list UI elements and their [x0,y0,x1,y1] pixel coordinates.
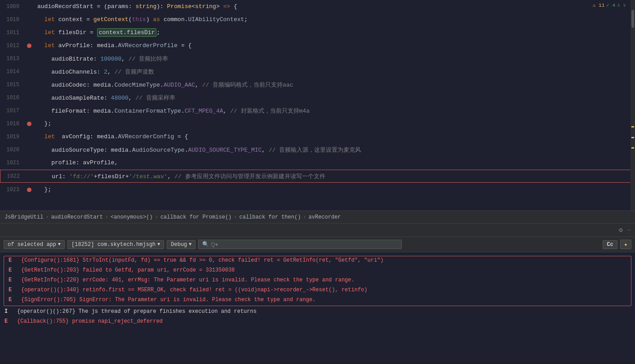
log-level: E [9,297,18,303]
code-line-1020: 1020 audioSourceType: media.AudioSourceT… [0,143,635,156]
gutter-marker [631,137,634,138]
line-number: 1022 [0,173,25,180]
breadcrumb-separator: › [45,214,49,220]
line-number: 1018 [0,121,25,127]
breadcrumb-item-6[interactable]: avRecorder [309,214,341,220]
code-line-1023: 1023 }; [0,183,635,196]
line-number: 1010 [0,17,25,23]
code-content: url: 'fd://'+filesDir+'/test.wav', // 参考… [34,171,635,182]
process-selector-label: [18252] com.skytech.hmjsgh [71,241,155,248]
code-content: audioSampleRate: 48000, // 音频采样率 [34,92,635,104]
code-content: audioRecordStart = (params: string): Pro… [34,1,635,12]
line-number: 1009 [0,4,25,10]
log-text: {GetRetInfo():220} errCode: 401, errMsg:… [21,277,355,283]
debug-toolbar: of selected app ▼ [18252] com.skytech.hm… [0,237,635,252]
log-text: {Configure():1681} StrToInt(inputFd, fd)… [21,257,384,263]
breadcrumb-separator: › [155,214,158,220]
line-number: 1015 [0,82,25,88]
breadcrumb-item-4[interactable]: callback for Promise() [160,214,231,220]
log-level: E [9,277,18,283]
log-search-input[interactable] [211,241,398,248]
line-number: 1020 [0,147,25,153]
level-selector-dropdown[interactable]: Debug ▼ [167,240,195,249]
breadcrumb-separator: › [105,214,108,220]
line-number: 1016 [0,95,25,101]
code-line-1011: 1011 let filesDir = context.filesDir; [0,26,635,39]
code-line-1013: 1013 audioBitrate: 100000, // 音频比特率 [0,52,635,65]
code-line-1018: 1018 }; [0,117,635,130]
code-content: let avConfig: media.AVRecorderConfig = { [34,132,635,142]
code-content: audioBitrate: 100000, // 音频比特率 [34,53,635,65]
log-line-error-4: E {operator()():340} retinfo.first == MS… [4,286,631,296]
breadcrumb-item-5[interactable]: callback for then() [240,214,301,220]
code-line-1019: 1019 let avConfig: media.AVRecorderConfi… [0,130,635,143]
chevron-down-icon: ▼ [58,242,61,247]
code-line-1012: 1012 let avProfile: media.AVRecorderProf… [0,39,635,52]
line-number: 1013 [0,56,25,62]
breakpoint[interactable] [27,122,31,126]
log-text: {Callback():755} promise napi_reject_def… [17,318,163,325]
line-number: 1014 [0,69,25,75]
log-line-error-2: E {GetRetInfo():203} failed to Getfd, pa… [4,266,631,276]
gutter-marker [631,126,634,127]
log-text: {SignError():705} SignError: The Paramet… [21,297,315,303]
breadcrumb-separator: › [234,214,237,220]
code-content: audioSourceType: media.AudioSourceType.A… [34,144,635,156]
log-level: E [4,318,13,325]
vertical-scrollbar[interactable] [631,0,635,211]
breadcrumb-bar: JsBridgeUtil › audioRecordStart › <anony… [0,211,635,224]
log-line-error-3: E {GetRetInfo():220} errCode: 401, errMs… [4,276,631,286]
line-gutter [25,188,34,192]
code-line-1017: 1017 fileFormat: media.ContainerFormatTy… [0,104,635,117]
log-text: {operator()():340} retinfo.first == MSER… [21,287,368,293]
breakpoint[interactable] [27,188,31,192]
star-button[interactable]: ★ [620,240,631,249]
log-level: E [9,257,18,263]
settings-icon[interactable]: ⚙ [619,226,622,234]
code-content: fileFormat: media.ContainerFormatType.CF… [34,105,635,117]
process-selector-dropdown[interactable]: [18252] com.skytech.hmjsgh ▼ [67,240,164,249]
breadcrumb-separator: › [303,214,306,220]
error-group: E {Configure():1681} StrToInt(inputFd, f… [4,256,631,306]
log-line-info-1: I {operator()():267} The js thread of pr… [0,308,635,318]
code-content: }; [34,118,635,129]
bottom-panel: of selected app ▼ [18252] com.skytech.hm… [0,237,635,363]
code-line-1009: 1009 audioRecordStart = (params: string)… [0,0,635,13]
code-line-1022: 1022 url: 'fd://'+filesDir+'/test.wav', … [0,170,635,183]
expand-icon[interactable]: — [627,227,631,233]
line-gutter [25,122,34,126]
app-selector-dropdown[interactable]: of selected app ▼ [4,240,65,249]
code-line-1014: 1014 audioChannels: 2, // 音频声道数 [0,65,635,78]
scrollbar-thumb[interactable] [631,10,634,28]
chevron-down-icon: ▼ [157,242,160,247]
cc-button[interactable]: Cc [603,240,617,249]
gutter-marker [631,147,634,149]
code-content: let filesDir = context.filesDir; [34,27,635,38]
log-search-field[interactable]: 🔍 [198,240,402,249]
log-level: E [9,267,18,273]
editor-area: ⚠ 11 ✓ 4 ∧ ∨ 1009 audioRecordStart = (pa… [0,0,635,211]
line-number: 1017 [0,108,25,114]
level-selector-label: Debug [171,241,187,248]
breadcrumb-item-1[interactable]: JsBridgeUtil [4,214,43,220]
log-level: E [9,287,18,293]
line-number: 1019 [0,134,25,140]
app-selector-label: of selected app [8,241,56,248]
code-content: }; [34,184,635,195]
code-content: let context = getContext(this) as common… [34,14,635,25]
code-line-1015: 1015 audioCodec: media.CodecMimeType.AUD… [0,78,635,91]
log-area[interactable]: E {Configure():1681} StrToInt(inputFd, f… [0,252,635,363]
log-line-error-1: E {Configure():1681} StrToInt(inputFd, f… [4,256,631,266]
code-content: audioChannels: 2, // 音频声道数 [34,66,635,78]
line-number: 1011 [0,30,25,36]
settings-bar: ⚙ — [0,224,635,237]
log-text: {GetRetInfo():203} failed to Getfd, para… [21,267,235,273]
line-gutter [25,44,34,48]
breadcrumb-item-2[interactable]: audioRecordStart [51,214,103,220]
breadcrumb-item-3[interactable]: <anonymous>() [111,214,153,220]
code-line-1021: 1021 profile: avProfile, [0,156,635,169]
code-line-1016: 1016 audioSampleRate: 48000, // 音频采样率 [0,91,635,104]
breakpoint[interactable] [27,44,31,48]
code-line-1010: 1010 let context = getContext(this) as c… [0,13,635,26]
line-number: 1012 [0,43,25,49]
